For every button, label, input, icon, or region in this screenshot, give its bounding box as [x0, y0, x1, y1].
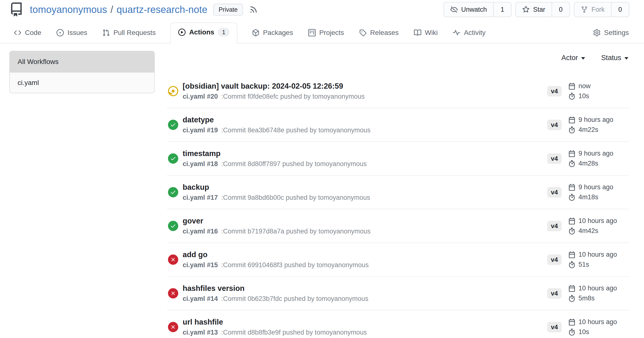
version-badge: v4 — [547, 288, 562, 299]
tab-releases[interactable]: Releases — [359, 24, 399, 43]
calendar-icon — [568, 218, 575, 224]
run-text-block: datetype ci.yaml #19 :Commit 8ea3b6748e … — [183, 116, 540, 134]
run-duration: 5m8s — [568, 295, 617, 302]
unwatch-button[interactable]: Unwatch — [444, 2, 493, 17]
run-time-text: 9 hours ago — [578, 150, 614, 157]
stopwatch-icon — [568, 93, 575, 100]
run-title-link[interactable]: backup — [183, 183, 209, 192]
run-workflow-ref: ci.yaml #13 — [183, 329, 218, 336]
page-content: All Workflows ci.yaml Actor Status — [0, 43, 644, 338]
run-subtitle: ci.yaml #16 :Commit b7197d8a7a pushed by… — [183, 228, 540, 235]
in-progress-hand — [168, 92, 172, 95]
fork-button[interactable]: Fork — [574, 2, 611, 17]
run-time-text: 10 hours ago — [578, 318, 617, 326]
tab-code[interactable]: Code — [14, 24, 42, 43]
actor-filter-dropdown[interactable]: Actor — [561, 54, 585, 62]
run-subtitle: ci.yaml #18 :Commit 8d80ff7897 pushed by… — [183, 160, 540, 168]
run-meta: v4 10 hours ago 51s — [547, 251, 628, 268]
run-subtitle: ci.yaml #15 :Commit 69910468f3 pushed by… — [183, 261, 540, 269]
run-title-link[interactable]: url hashfile — [183, 318, 223, 327]
sidebar-item-all-workflows[interactable]: All Workflows — [10, 51, 154, 72]
actor-filter-label: Actor — [561, 54, 578, 62]
tab-wiki[interactable]: Wiki — [414, 24, 438, 43]
check-icon — [170, 223, 176, 229]
run-duration: 10s — [568, 92, 591, 100]
run-times: now 10s — [568, 82, 591, 100]
calendar-icon — [568, 184, 575, 191]
run-start-time: 10 hours ago — [568, 318, 617, 326]
run-text-block: gover ci.yaml #16 :Commit b7197d8a7a pus… — [183, 217, 540, 235]
fork-button-group: Fork 0 — [574, 2, 629, 17]
run-duration: 4m42s — [568, 227, 617, 235]
run-commit-description: :Commit 69910468f3 pushed by tomoyanonym… — [221, 261, 369, 269]
code-icon — [14, 29, 21, 36]
stopwatch-icon — [568, 160, 575, 167]
visibility-badge: Private — [213, 4, 243, 16]
status-filter-dropdown[interactable]: Status — [601, 54, 628, 62]
failure-x-icon — [168, 254, 178, 265]
sidebar-item-ci-yaml[interactable]: ci.yaml — [10, 72, 154, 93]
fork-icon — [581, 6, 588, 13]
tab-actions[interactable]: Actions 1 — [170, 22, 238, 43]
run-duration-text: 10s — [578, 92, 589, 100]
run-title-link[interactable]: hashfiles version — [183, 284, 244, 293]
run-meta: v4 10 hours ago 4m42s — [547, 217, 628, 235]
check-icon — [170, 156, 176, 162]
run-commit-description: :Commit f0fde08efc pushed by tomoyanonym… — [221, 93, 365, 100]
chevron-down-icon — [581, 57, 585, 60]
repo-owner-link[interactable]: tomoyanonymous — [30, 4, 107, 15]
repo-action-buttons: Unwatch 1 Star 0 Fork 0 — [444, 2, 629, 17]
fork-count[interactable]: 0 — [611, 2, 629, 17]
run-time-text: 10 hours ago — [578, 251, 617, 258]
calendar-icon — [568, 150, 575, 157]
x-icon — [170, 324, 176, 330]
tab-issues[interactable]: Issues — [56, 24, 88, 43]
tab-projects[interactable]: Projects — [308, 24, 344, 43]
run-meta: v4 9 hours ago 4m28s — [547, 150, 628, 167]
star-count[interactable]: 0 — [552, 2, 570, 17]
star-button[interactable]: Star — [516, 2, 552, 17]
repo-name-link[interactable]: quartz-research-note — [116, 4, 207, 15]
workflows-sidebar: All Workflows ci.yaml — [9, 51, 155, 93]
stopwatch-icon — [568, 295, 575, 302]
run-text-block: timestamp ci.yaml #18 :Commit 8d80ff7897… — [183, 149, 540, 168]
run-text-block: backup ci.yaml #17 :Commit 9a8bd6b00c pu… — [183, 183, 540, 201]
calendar-icon — [568, 83, 575, 90]
failure-x-icon — [168, 288, 178, 299]
run-title-link[interactable]: [obsidian] vault backup: 2024-02-05 12:2… — [183, 82, 343, 91]
stopwatch-icon — [568, 194, 575, 201]
run-times: 10 hours ago 51s — [568, 251, 617, 268]
success-check-icon — [168, 187, 178, 197]
workflow-run-row: backup ci.yaml #17 :Commit 9a8bd6b00c pu… — [167, 175, 629, 209]
run-workflow-ref: ci.yaml #18 — [183, 160, 218, 168]
tab-activity[interactable]: Activity — [452, 24, 486, 43]
run-title-link[interactable]: gover — [183, 217, 203, 225]
run-start-time: now — [568, 82, 591, 90]
run-text-block: hashfiles version ci.yaml #14 :Commit 0b… — [183, 284, 540, 303]
unwatch-count[interactable]: 1 — [493, 2, 511, 17]
run-title-link[interactable]: add go — [183, 250, 208, 259]
rss-feed-icon[interactable] — [250, 5, 258, 14]
run-duration-text: 4m18s — [578, 193, 598, 201]
tab-packages[interactable]: Packages — [252, 24, 294, 43]
run-time-text: 9 hours ago — [578, 116, 614, 124]
tab-pull-requests[interactable]: Pull Requests — [102, 24, 156, 43]
stopwatch-icon — [568, 329, 575, 336]
tab-label: Code — [25, 29, 41, 37]
run-filters: Actor Status — [167, 51, 629, 62]
run-title-link[interactable]: datetype — [183, 116, 214, 124]
tab-settings[interactable]: Settings — [593, 24, 629, 43]
version-badge: v4 — [547, 221, 562, 231]
run-title-link[interactable]: timestamp — [183, 149, 220, 158]
run-start-time: 9 hours ago — [568, 150, 614, 157]
project-icon — [308, 29, 316, 36]
tab-label: Releases — [370, 29, 399, 37]
tab-label: Issues — [68, 29, 87, 37]
tab-label: Pull Requests — [114, 29, 156, 37]
run-workflow-ref: ci.yaml #19 — [183, 127, 218, 134]
in-progress-spinner-icon — [168, 86, 178, 96]
run-start-time: 10 hours ago — [568, 251, 617, 258]
check-icon — [170, 189, 176, 195]
star-icon — [522, 6, 530, 13]
run-duration-text: 4m28s — [578, 160, 598, 167]
